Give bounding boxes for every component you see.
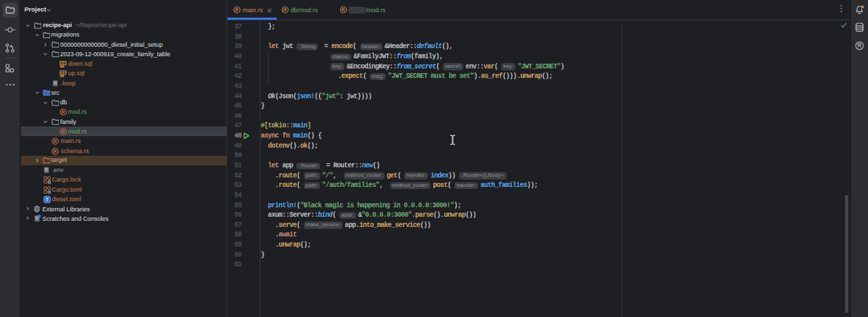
svg-text:R: R	[342, 7, 345, 12]
svg-text:R: R	[857, 43, 861, 49]
svg-text:R: R	[54, 149, 57, 154]
svg-text:R: R	[62, 129, 65, 134]
svg-text:T: T	[45, 198, 49, 203]
svg-text:R: R	[62, 110, 65, 114]
svg-text:R: R	[235, 7, 239, 12]
svg-text:R: R	[54, 139, 57, 144]
svg-text:R: R	[283, 7, 287, 12]
